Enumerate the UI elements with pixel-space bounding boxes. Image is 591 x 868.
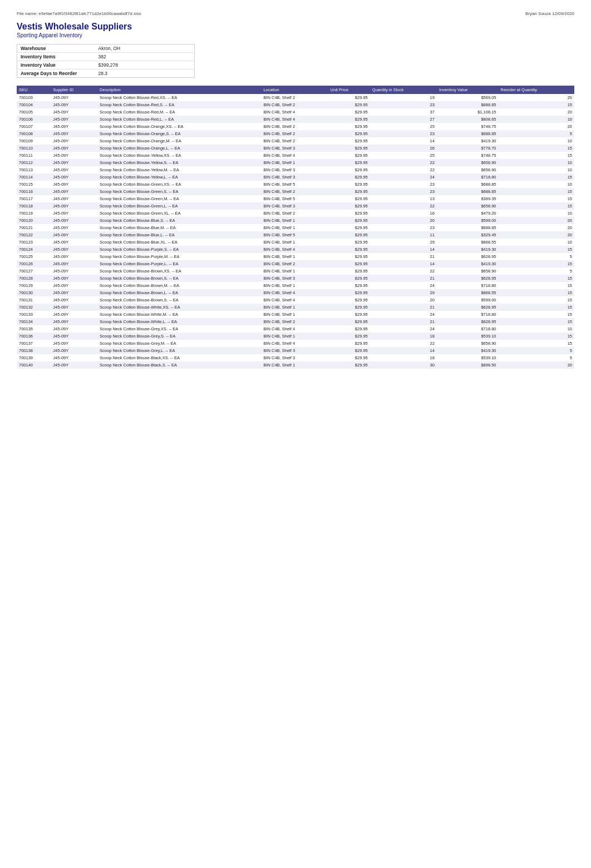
table-cell: 10 <box>499 137 574 145</box>
table-cell: Scoop Neck Cotton Blouse-Grey,XS. -- EA <box>97 325 261 333</box>
table-cell: $29.95 <box>328 318 370 325</box>
table-cell: 15 <box>499 101 574 108</box>
table-cell: BIN C4B, Shelf 2 <box>261 123 328 130</box>
table-cell: $29.95 <box>328 101 370 108</box>
table-cell: J45-09Y <box>51 152 97 159</box>
table-cell: 700113 <box>17 166 51 173</box>
table-cell: BIN C4B, Shelf 4 <box>261 340 328 347</box>
table-cell: Scoop Neck Cotton Blouse-Yellow,S. -- EA <box>97 159 261 166</box>
table-cell: $29.95 <box>328 347 370 354</box>
table-row: 700125J45-09YScoop Neck Cotton Blouse-Pu… <box>17 253 574 260</box>
table-cell: 700132 <box>17 304 51 311</box>
inventory-value-label: Inventory Value <box>17 61 95 70</box>
table-cell: $419.30 <box>437 246 499 253</box>
table-cell: 23 <box>370 130 437 137</box>
table-cell: J45-09Y <box>51 231 97 239</box>
table-cell: BIN C4B, Shelf 3 <box>261 275 328 282</box>
table-cell: 700119 <box>17 210 51 217</box>
table-cell: Scoop Neck Cotton Blouse-Grey,M. -- EA <box>97 340 261 347</box>
table-cell: Scoop Neck Cotton Blouse-Blue,L. -- EA <box>97 231 261 239</box>
table-cell: 20 <box>499 224 574 231</box>
table-cell: J45-09Y <box>51 311 97 318</box>
table-cell: 15 <box>499 188 574 195</box>
table-cell: J45-09Y <box>51 116 97 123</box>
warehouse-label: Warehouse <box>17 44 95 53</box>
table-cell: 700125 <box>17 253 51 260</box>
table-row: 700103J45-09YScoop Neck Cotton Blouse-Re… <box>17 94 574 101</box>
table-cell: Scoop Neck Cotton Blouse-Black,S. -- EA <box>97 361 261 369</box>
table-cell: 700117 <box>17 195 51 202</box>
table-cell: Scoop Neck Cotton Blouse-Purple,M. -- EA <box>97 253 261 260</box>
table-cell: 15 <box>499 202 574 210</box>
table-row: 700136J45-09YScoop Neck Cotton Blouse-Gr… <box>17 333 574 340</box>
inventory-items-label: Inventory Items <box>17 53 95 61</box>
table-row: 700137J45-09YScoop Neck Cotton Blouse-Gr… <box>17 340 574 347</box>
table-cell: 700107 <box>17 123 51 130</box>
table-cell: BIN C4B, Shelf 1 <box>261 239 328 246</box>
table-cell: Scoop Neck Cotton Blouse-Green,S. -- EA <box>97 188 261 195</box>
table-cell: 700137 <box>17 340 51 347</box>
table-cell: 700121 <box>17 224 51 231</box>
table-row: 700118J45-09YScoop Neck Cotton Blouse-Gr… <box>17 202 574 210</box>
table-cell: Scoop Neck Cotton Blouse-Yellow,M. -- EA <box>97 166 261 173</box>
table-cell: $29.95 <box>328 311 370 318</box>
table-cell: 23 <box>370 188 437 195</box>
table-cell: BIN C4B, Shelf 1 <box>261 282 328 289</box>
table-row: 700123J45-09YScoop Neck Cotton Blouse-Bl… <box>17 239 574 246</box>
table-row: 700116J45-09YScoop Neck Cotton Blouse-Gr… <box>17 188 574 195</box>
table-cell: $718.80 <box>437 173 499 181</box>
table-cell: Scoop Neck Cotton Blouse-Brown,S. -- EA <box>97 275 261 282</box>
table-cell: 24 <box>370 173 437 181</box>
table-cell: $29.95 <box>328 137 370 145</box>
table-cell: 700122 <box>17 231 51 239</box>
table-cell: 14 <box>370 137 437 145</box>
table-cell: $539.10 <box>437 333 499 340</box>
table-cell: $29.95 <box>328 246 370 253</box>
table-cell: J45-09Y <box>51 246 97 253</box>
table-cell: $29.95 <box>328 210 370 217</box>
table-cell: BIN C4B, Shelf 2 <box>261 94 328 101</box>
table-cell: Scoop Neck Cotton Blouse-Purple,S. -- EA <box>97 246 261 253</box>
table-cell: $29.95 <box>328 231 370 239</box>
table-row: 700128J45-09YScoop Neck Cotton Blouse-Br… <box>17 275 574 282</box>
table-cell: J45-09Y <box>51 195 97 202</box>
table-cell: $718.80 <box>437 282 499 289</box>
table-cell: BIN C4B, Shelf 4 <box>261 116 328 123</box>
table-cell: $778.70 <box>437 145 499 152</box>
table-cell: 14 <box>370 347 437 354</box>
table-cell: $688.85 <box>437 101 499 108</box>
table-cell: J45-09Y <box>51 282 97 289</box>
table-cell: 20 <box>499 217 574 224</box>
table-cell: J45-09Y <box>51 166 97 173</box>
table-cell: Scoop Neck Cotton Blouse-Brown,S. -- EA <box>97 296 261 304</box>
table-row: 700115J45-09YScoop Neck Cotton Blouse-Gr… <box>17 181 574 188</box>
table-cell: 13 <box>370 195 437 202</box>
table-cell: 25 <box>370 123 437 130</box>
avg-days-label: Average Days to Reorder <box>17 70 95 78</box>
table-cell: 15 <box>499 318 574 325</box>
table-cell: 700108 <box>17 130 51 137</box>
table-cell: 21 <box>370 253 437 260</box>
table-cell: BIN C4B, Shelf 1 <box>261 304 328 311</box>
table-cell: $898.50 <box>437 361 499 369</box>
file-name: File name: e9efae7a9f1f3482f81afc771d2e1… <box>17 11 141 16</box>
avg-days-value: 28.3 <box>95 70 195 78</box>
table-cell: $29.95 <box>328 224 370 231</box>
column-header: Supplier ID <box>51 86 97 94</box>
table-cell: Scoop Neck Cotton Blouse-Orange,M. -- EA <box>97 137 261 145</box>
table-cell: Scoop Neck Cotton Blouse-White,XS. -- EA <box>97 304 261 311</box>
table-cell: BIN C4B, Shelf 4 <box>261 289 328 296</box>
table-cell: $29.95 <box>328 94 370 101</box>
table-cell: 700103 <box>17 94 51 101</box>
table-cell: 700131 <box>17 296 51 304</box>
table-cell: 700124 <box>17 246 51 253</box>
table-cell: 26 <box>370 145 437 152</box>
column-header: Unit Price <box>328 86 370 94</box>
table-cell: 22 <box>370 166 437 173</box>
table-cell: $599.00 <box>437 296 499 304</box>
table-cell: 20 <box>499 361 574 369</box>
table-row: 700114J45-09YScoop Neck Cotton Blouse-Ye… <box>17 173 574 181</box>
table-row: 700135J45-09YScoop Neck Cotton Blouse-Gr… <box>17 325 574 333</box>
table-cell: $718.80 <box>437 325 499 333</box>
table-row: 700117J45-09YScoop Neck Cotton Blouse-Gr… <box>17 195 574 202</box>
